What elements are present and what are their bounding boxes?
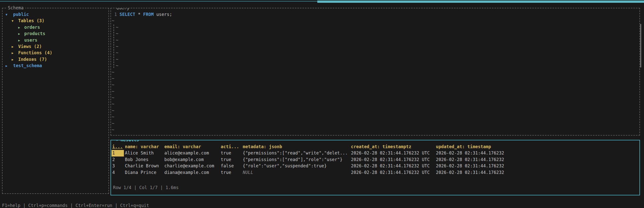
empty-line-marker: ~ <box>112 95 114 101</box>
column-header-email[interactable]: email: varchar <box>164 144 201 150</box>
collapsed-arrow-icon: ▶ <box>18 24 20 31</box>
sidebar-item-indexes[interactable]: ▶Indexes (7) <box>3 56 108 63</box>
cell-metadata[interactable]: {"permissions":["read"],"role":"user"} <box>243 157 343 163</box>
sidebar-item-tables[interactable]: ▼Tables (3) <box>3 18 108 24</box>
empty-line: ~ <box>111 50 639 56</box>
cell-id[interactable]: 2 <box>112 157 115 163</box>
status-bar: F1=help | Ctrl+p=commands | Ctrl+Enter=r… <box>0 196 644 203</box>
empty-line-marker: ~ <box>112 108 114 114</box>
cell-created_at[interactable]: 2026-02-28 02:31:44.176232 UTC <box>351 150 430 156</box>
column-header-id[interactable]: i... <box>112 144 123 150</box>
table-row[interactable]: 3Charlie Browncharlie@example.comfalse{"… <box>111 163 639 169</box>
cell-active[interactable]: true <box>221 150 231 156</box>
cell-created_at[interactable]: 2026-02-28 02:31:44.176232 UTC <box>351 157 430 163</box>
cell-metadata[interactable]: NULL <box>243 169 253 176</box>
query-editor[interactable]: 1 SELECT * FROM users;~~~~~~~~~~~~~~~~~~ <box>111 11 639 133</box>
empty-line-marker: ~ <box>112 120 114 127</box>
empty-line-marker: ~ <box>116 43 118 50</box>
cell-active[interactable]: true <box>221 157 231 163</box>
results-header-row: i...name: varcharemail: varcharacti...me… <box>111 144 639 150</box>
results-status-line: Row 1/4 | Col 1/7 | 1.6ms <box>113 185 179 191</box>
schema-panel: Schema ▼public▼Tables (3)▶orders▶product… <box>2 8 109 194</box>
sql-token: SELECT <box>120 12 135 17</box>
cell-email[interactable]: charlie@example.com <box>164 163 214 169</box>
empty-line-marker: ~ <box>112 18 114 24</box>
cell-email[interactable]: diana@example.com <box>164 169 209 176</box>
collapsed-arrow-icon: ▶ <box>12 50 13 56</box>
empty-line: ~ <box>111 101 639 107</box>
collapsed-arrow-icon: ▶ <box>18 37 20 44</box>
empty-line: ~ <box>111 120 639 127</box>
column-header-updated_at[interactable]: updated_at: timestamp <box>436 144 491 150</box>
cell-created_at[interactable]: 2026-02-28 02:31:44.176232 UTC <box>351 163 430 169</box>
cell-id[interactable]: 4 <box>112 169 115 176</box>
cell-name[interactable]: Alice Smith <box>125 150 154 156</box>
empty-line: ~ <box>111 82 639 88</box>
column-header-created_at[interactable]: created_at: timestamptz <box>351 144 411 150</box>
sidebar-item-orders[interactable]: ▶orders <box>3 24 108 31</box>
collapsed-arrow-icon: ▶ <box>12 57 13 63</box>
collapsed-arrow-icon: ▶ <box>12 44 13 50</box>
empty-line-marker: ~ <box>116 31 118 37</box>
empty-line-marker: ~ <box>112 101 114 107</box>
empty-line: ~ <box>111 88 639 95</box>
table-row[interactable]: 4Diana Princediana@example.comtrueNULL20… <box>111 169 639 176</box>
empty-line: ~ <box>111 63 639 69</box>
column-header-metadata[interactable]: metadata: jsonb <box>243 144 282 150</box>
tree-item-label: test_schema <box>13 63 42 69</box>
sidebar-item-functions[interactable]: ▶Functions (4) <box>3 50 108 56</box>
empty-line-marker: ~ <box>116 37 118 43</box>
cell-name[interactable]: Bob Jones <box>125 157 148 163</box>
tree-item-label: orders <box>24 24 40 31</box>
cell-name[interactable]: Charlie Brown <box>125 163 159 169</box>
empty-line-marker: ~ <box>112 75 114 82</box>
sidebar-item-test_schema[interactable]: ▶test_schema <box>3 63 108 69</box>
cell-active[interactable]: true <box>221 169 231 176</box>
table-row[interactable]: 1Alice Smithalice@example.comtrue{"permi… <box>111 150 639 156</box>
query-scrollbar-thumb[interactable] <box>640 24 641 67</box>
cell-id[interactable]: 1 <box>112 150 124 156</box>
tree-item-label: products <box>24 31 45 37</box>
cell-name[interactable]: Diana Prince <box>125 169 157 176</box>
cell-updated_at[interactable]: 2026-02-28 02:31:44.176232 <box>436 150 504 156</box>
empty-line: ~ <box>111 69 639 75</box>
tree-item-label: Views (2) <box>18 43 42 50</box>
tree-item-label: Indexes (7) <box>18 56 47 63</box>
cell-updated_at[interactable]: 2026-02-28 02:31:44.176232 <box>436 157 504 163</box>
cell-active[interactable]: false <box>221 163 234 169</box>
column-header-active[interactable]: acti... <box>221 144 239 150</box>
empty-line-marker: ~ <box>112 114 114 120</box>
empty-line: ~ <box>111 18 639 24</box>
results-collapse-icon[interactable]: ▸ <box>116 140 118 143</box>
table-row[interactable]: 2Bob Jonesbob@example.comtrue{"permissio… <box>111 157 639 163</box>
cell-id[interactable]: 3 <box>112 163 115 169</box>
query-line-1[interactable]: 1 SELECT * FROM users; <box>111 11 639 18</box>
cell-updated_at[interactable]: 2026-02-28 02:31:44.176232 <box>436 163 504 169</box>
cell-email[interactable]: alice@example.com <box>164 150 209 156</box>
schema-panel-title: Schema <box>6 5 25 11</box>
tree-item-label: users <box>24 37 37 43</box>
sidebar-item-users[interactable]: ▶users <box>3 37 108 43</box>
results-title-label: Results <box>121 140 139 143</box>
empty-line: ~ <box>111 24 639 31</box>
sidebar-item-products[interactable]: ▶products <box>3 31 108 37</box>
empty-line: ~ <box>111 37 639 43</box>
cell-updated_at[interactable]: 2026-02-28 02:31:44.176232 <box>436 169 504 176</box>
empty-line: ~ <box>111 75 639 82</box>
cell-created_at[interactable]: 2026-02-28 02:31:44.176232 UTC <box>351 169 430 176</box>
results-panel-title: ▸Results <box>115 140 141 143</box>
top-scrollbar-thumb[interactable] <box>317 1 644 3</box>
sidebar-item-public[interactable]: ▼public <box>3 11 108 18</box>
column-header-name[interactable]: name: varchar <box>125 144 159 150</box>
query-panel: Query 1 SELECT * FROM users;~~~~~~~~~~~~… <box>110 8 640 136</box>
cell-metadata[interactable]: {"permissions":["read","write","delet... <box>243 150 348 156</box>
results-panel: ▸Results i...name: varcharemail: varchar… <box>110 140 640 195</box>
line-number: 1 <box>114 12 117 17</box>
cell-metadata[interactable]: {"role":"user","suspended":true} <box>243 163 327 169</box>
tree-item-label: Tables (3) <box>18 18 45 24</box>
empty-line-marker: ~ <box>112 82 114 88</box>
empty-line: ~ <box>111 31 639 37</box>
sidebar-item-views[interactable]: ▶Views (2) <box>3 43 108 50</box>
empty-line: ~ <box>111 127 639 133</box>
cell-email[interactable]: bob@example.com <box>164 157 204 163</box>
